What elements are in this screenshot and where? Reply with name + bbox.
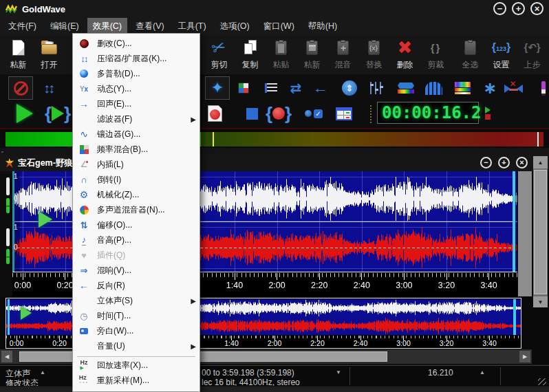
effects-menu-item[interactable]: 删改(C)... ▶: [73, 36, 200, 51]
maximize-button[interactable]: +: [512, 2, 525, 15]
control-button[interactable]: ←: [308, 76, 333, 100]
transport-button[interactable]: {}: [264, 102, 293, 125]
effects-menu-item[interactable]: 滤波器(F) ▶: [73, 111, 200, 127]
playback-marker[interactable]: [39, 211, 52, 228]
toolbar-button[interactable]: {123} 设置: [486, 36, 517, 73]
control-button[interactable]: [259, 76, 283, 100]
control-button[interactable]: ✕: [501, 76, 526, 100]
effects-menu-item[interactable]: Yx 动态(Y)... ▶: [73, 81, 200, 96]
effects-menu-item[interactable]: ↕↕ 压缩器/扩展器(K)... ▶: [73, 51, 200, 66]
timeline-tick: [319, 273, 320, 280]
control-button[interactable]: ⇄: [283, 76, 308, 100]
effects-menu-item[interactable]: ◷ 时间(T)... ▶: [73, 308, 200, 323]
control-button[interactable]: [531, 76, 549, 100]
gate-icon: [425, 82, 442, 95]
menubar-item[interactable]: 工具(T): [173, 18, 212, 35]
scroll-left-icon[interactable]: ◀: [1, 351, 12, 362]
effects-menu-item[interactable]: ← 反向(R) ▶: [73, 278, 200, 293]
echo-icon: →: [77, 98, 91, 110]
toolbar-button[interactable]: 粘新: [297, 36, 327, 73]
toolbar-button[interactable]: 复制: [235, 36, 266, 73]
play-selection-icon: {}: [45, 103, 71, 124]
control-button[interactable]: [8, 76, 33, 100]
document-maximize-button[interactable]: +: [498, 157, 510, 168]
effects-menu-item[interactable]: ⇅ 偏移(O)... ▶: [73, 217, 200, 232]
menubar-item[interactable]: 窗口(W): [258, 18, 300, 35]
menubar-item[interactable]: 查看(V): [130, 18, 170, 35]
menubar-item[interactable]: 效果(C): [87, 18, 127, 35]
control-button[interactable]: [450, 76, 475, 100]
control-button[interactable]: [421, 76, 446, 100]
effects-menu-item[interactable]: ⚙ 机械化(Z)... ▶: [73, 187, 200, 202]
menubar-item[interactable]: 帮助(H): [303, 18, 343, 35]
toolbar-button[interactable]: {} 剪裁: [420, 36, 451, 73]
effects-menu-item[interactable]: Hz▶ 回放速率(X)... ▶: [73, 358, 200, 373]
channel-strip[interactable]: [0, 171, 12, 296]
control-button[interactable]: ✦: [205, 76, 230, 100]
menubar-item[interactable]: 选项(O): [215, 18, 255, 35]
menubar-item[interactable]: 编辑(E): [45, 18, 85, 35]
effects-menu-item[interactable]: 音量(U) ▶: [73, 338, 200, 353]
effects-menu-item[interactable]: 多普勒(D)... ▶: [73, 66, 200, 81]
effects-menu-item[interactable]: → 回声(E)... ▶: [73, 96, 200, 111]
toolbar-button[interactable]: 粘贴: [266, 36, 297, 73]
effects-menu-item[interactable]: 旁白(W)... ▶: [73, 323, 200, 338]
selection-info[interactable]: 00 to 3:59.198 (3:59.198): [202, 368, 294, 378]
toolbar-button[interactable]: {↶} 上步: [517, 36, 548, 73]
toolbar-button[interactable]: + 混音: [327, 36, 358, 73]
document-close-button[interactable]: ×: [516, 157, 528, 168]
toolbar-button[interactable]: 粘新: [3, 36, 34, 73]
toolbar-button[interactable]: {x} 替换: [358, 36, 389, 73]
effects-menu-item[interactable]: ♪ 音高(P)... ▶: [73, 232, 200, 248]
position-marker-icon[interactable]: ▲: [480, 369, 485, 375]
effects-menu-item[interactable]: ∩ 倒转(I) ▶: [73, 172, 200, 187]
control-button[interactable]: [394, 76, 418, 100]
close-button[interactable]: ×: [530, 2, 543, 15]
position-value[interactable]: 16.210: [428, 368, 453, 378]
scroll-right-icon[interactable]: ▶: [519, 351, 530, 362]
transport-button[interactable]: [202, 102, 227, 125]
toolbar-button[interactable]: 全选: [455, 36, 486, 73]
transport-button[interactable]: {}: [41, 102, 74, 125]
effects-menu-item[interactable]: 频率混合(B)... ▶: [73, 142, 200, 157]
interpolate-icon: ∠: [77, 158, 91, 171]
scroll-down-icon[interactable]: ▼: [533, 296, 548, 307]
resize-grip[interactable]: [538, 378, 546, 385]
effects-menu-item[interactable]: 多声道混音器(N)... ▶: [73, 202, 200, 217]
mute-cones-icon: ✕: [504, 81, 523, 96]
timeline-label: 0:00: [6, 339, 27, 347]
toolbar-button[interactable]: 打开: [34, 36, 65, 73]
control-button[interactable]: ⇕: [337, 76, 362, 100]
vertical-scrollbar-thumb[interactable]: [534, 170, 547, 294]
scroll-up-icon[interactable]: ▲: [533, 156, 548, 168]
control-button[interactable]: [231, 76, 256, 100]
effects-menu-item[interactable]: 立体声(S) ▶: [73, 293, 200, 308]
effects-menu-item[interactable]: ∠ 内插(L) ▶: [73, 157, 200, 172]
time-display[interactable]: 00:00:16.2: [377, 102, 479, 124]
transport-button[interactable]: [332, 102, 356, 125]
minimize-button[interactable]: −: [493, 2, 506, 15]
updown-circle-icon: ⇕: [342, 80, 357, 96]
control-button[interactable]: [365, 76, 389, 100]
selection-dropdown-icon[interactable]: ▼: [336, 369, 341, 375]
mechanize-icon: ⚙: [77, 188, 91, 201]
toolbar-button[interactable]: ✂ 剪切: [204, 36, 235, 73]
channel-mode-marker-icon[interactable]: ▲: [40, 369, 45, 375]
effects-menu-item[interactable]: ⇒ 混响(V)... ▶: [73, 263, 200, 278]
axis-label: 0: [14, 244, 18, 251]
transport-button[interactable]: ✓: [301, 102, 326, 125]
transport-button[interactable]: [10, 102, 40, 125]
effects-menu-item[interactable]: ♥ 插件(Q) ▶: [73, 248, 200, 263]
lcd-play-icon: [485, 107, 491, 113]
transport-button[interactable]: [239, 102, 264, 125]
toolbar-button[interactable]: ✖ 删除: [389, 36, 420, 73]
effects-menu-item[interactable]: ∿ 镶边器(G)... ▶: [73, 127, 200, 142]
effects-menu-item[interactable]: Hz∘∘∘ 重新采样(M)... ▶: [73, 373, 200, 388]
spectrum-mixer-icon: [455, 82, 471, 94]
control-button[interactable]: ↕↕: [36, 76, 61, 100]
document-minimize-button[interactable]: −: [480, 157, 492, 168]
control-button[interactable]: ∗: [477, 76, 502, 100]
menubar-item[interactable]: 文件(F): [3, 18, 42, 35]
overview-playback-marker[interactable]: [21, 306, 32, 320]
file-button-group: 粘新 打开: [3, 36, 65, 73]
